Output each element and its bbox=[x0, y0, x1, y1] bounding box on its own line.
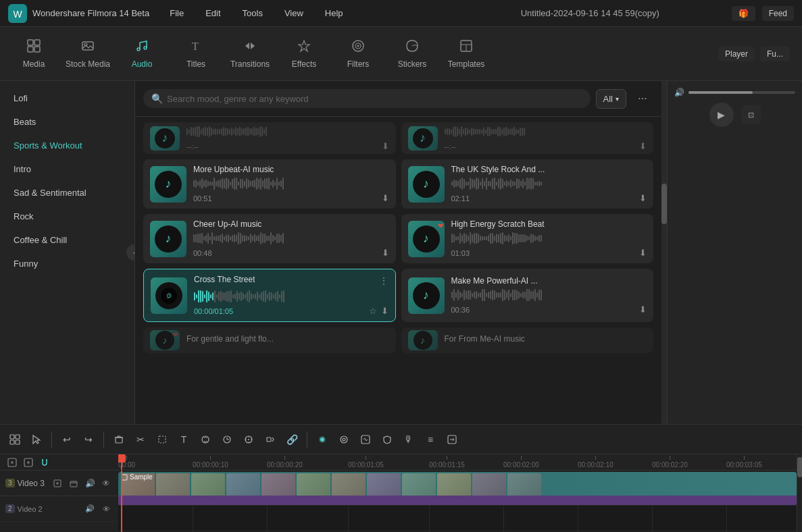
nav-transitions[interactable]: Transitions bbox=[223, 30, 277, 78]
toolbar-nav: Media Stock Media Audio T Titles bbox=[0, 27, 802, 81]
audio-card-partial-bot-right[interactable]: ♪ For From Me-AI music bbox=[401, 327, 654, 353]
download-icon-make-powerful[interactable]: ⬇ bbox=[639, 304, 647, 315]
smart-cutout-button[interactable] bbox=[239, 430, 258, 449]
waveform-high-energy: document.currentScript.insertAdjacentHTM… bbox=[451, 232, 647, 245]
gift-button[interactable]: 🎁 bbox=[732, 6, 755, 21]
adjust-button[interactable]: ≡ bbox=[421, 430, 440, 449]
download-icon-more-upbeat[interactable]: ⬇ bbox=[382, 193, 389, 203]
redo-button[interactable]: ↪ bbox=[79, 430, 98, 449]
download-icon-cross-street[interactable]: ⬇ bbox=[381, 306, 389, 316]
track-add-row bbox=[0, 454, 118, 471]
playhead-track bbox=[121, 471, 122, 532]
select-tool-button[interactable] bbox=[27, 430, 46, 449]
fullscreen-button[interactable]: ⊡ bbox=[742, 105, 761, 124]
fullscreen-tab[interactable]: Fu... bbox=[760, 47, 790, 61]
timeline-toolbar: ↩ ↪ ✂ T bbox=[0, 425, 802, 454]
sidebar-item-funny[interactable]: Funny bbox=[0, 252, 134, 275]
search-input-wrapper: 🔍 bbox=[143, 89, 591, 108]
menu-edit[interactable]: Edit bbox=[201, 5, 224, 21]
noise-remove-button[interactable] bbox=[356, 430, 375, 449]
split-view-button[interactable] bbox=[5, 430, 24, 449]
star-icon-cross-street[interactable]: ☆ bbox=[369, 306, 377, 316]
music-note-icon-8: ♪ bbox=[423, 288, 429, 302]
stabilize-button[interactable] bbox=[334, 430, 353, 449]
player-tab[interactable]: Player bbox=[718, 47, 755, 61]
sidebar-item-intro[interactable]: Intro bbox=[0, 157, 134, 181]
video-track-2 bbox=[118, 506, 797, 531]
audio-card-partial-left[interactable]: ♪ document.currentScript.insertAdjacentH… bbox=[143, 122, 396, 154]
transform-button[interactable]: T bbox=[174, 430, 193, 449]
audio-duration-uk-rock: 02:11 bbox=[451, 194, 470, 203]
add-video-track-button[interactable] bbox=[5, 456, 19, 469]
filter-dropdown[interactable]: All ▾ bbox=[596, 89, 626, 109]
download-icon-partial-left[interactable]: ⬇ bbox=[382, 141, 389, 151]
download-icon-uk-rock[interactable]: ⬇ bbox=[639, 193, 647, 203]
feed-button[interactable]: Feed bbox=[762, 6, 794, 21]
track-folder-button[interactable] bbox=[67, 477, 80, 490]
crop-button[interactable] bbox=[153, 430, 172, 449]
track-add-button[interactable] bbox=[51, 477, 64, 490]
tts-button[interactable] bbox=[313, 430, 332, 449]
menu-tools[interactable]: Tools bbox=[239, 5, 267, 21]
cut-button[interactable]: ✂ bbox=[131, 430, 150, 449]
audio-card-partial-bot-left[interactable]: ❤ ♪ For gentle and light flo... bbox=[143, 327, 396, 353]
filter-label: All bbox=[603, 94, 613, 104]
magnet-snap-button[interactable] bbox=[38, 456, 51, 469]
menu-view[interactable]: View bbox=[280, 5, 307, 21]
track-eye-button[interactable]: 👁 bbox=[99, 477, 113, 490]
sidebar-item-lofi[interactable]: Lofi bbox=[0, 86, 134, 110]
sidebar-item-rock[interactable]: Rock bbox=[0, 205, 134, 228]
video-track-3[interactable]: Sample bbox=[118, 471, 797, 506]
svg-point-32 bbox=[341, 436, 347, 443]
sidebar-item-coffee-chill[interactable]: Coffee & Chill bbox=[0, 228, 134, 252]
record-voice-button[interactable]: 🎙 bbox=[399, 430, 418, 449]
link-button[interactable]: 🔗 bbox=[282, 430, 301, 449]
video-2-eye-button[interactable]: 👁 bbox=[99, 502, 113, 516]
sidebar-item-beats[interactable]: Beats bbox=[0, 110, 134, 134]
nav-titles[interactable]: T Titles bbox=[169, 30, 223, 78]
audio-card-high-energy[interactable]: ❤ ♪ High Energy Scratch Beat document.cu… bbox=[401, 214, 654, 263]
download-icon-partial-right[interactable]: ⬇ bbox=[639, 141, 647, 151]
audio-card-cross-street[interactable]: ♪ ⊙ Cross The Street ⋮ document.currentS… bbox=[143, 269, 396, 322]
panel-scrollbar[interactable] bbox=[661, 81, 667, 424]
ruler-200: 00:00:02:00 bbox=[503, 456, 539, 469]
audio-card-uk-rock[interactable]: ♪ The UK Style Rock And ... document.cur… bbox=[401, 159, 654, 209]
audio-card-make-powerful[interactable]: ♪ Make Me Powerful-AI ... document.curre… bbox=[401, 269, 654, 322]
nav-filters[interactable]: Filters bbox=[331, 30, 385, 78]
menu-file[interactable]: File bbox=[166, 5, 188, 21]
delete-button[interactable] bbox=[109, 430, 128, 449]
add-audio-track-button[interactable] bbox=[22, 456, 35, 469]
timeline-scrollbar[interactable] bbox=[797, 454, 802, 532]
nav-stickers[interactable]: Stickers bbox=[385, 30, 439, 78]
sidebar-item-sports-workout[interactable]: Sports & Workout bbox=[0, 134, 134, 157]
transitions-icon bbox=[243, 38, 257, 57]
nav-effects[interactable]: Effects bbox=[277, 30, 331, 78]
nav-templates[interactable]: Templates bbox=[439, 30, 493, 78]
play-button[interactable]: ▶ bbox=[709, 103, 734, 127]
ruler-220: 00:00:02:20 bbox=[652, 456, 688, 469]
svg-rect-2 bbox=[28, 40, 33, 45]
audio-card-more-upbeat[interactable]: ♪ More Upbeat-AI music document.currentS… bbox=[143, 159, 396, 209]
download-icon-high-energy[interactable]: ⬇ bbox=[639, 248, 647, 258]
svg-rect-23 bbox=[159, 436, 166, 443]
track-mute-button[interactable]: 🔊 bbox=[83, 477, 97, 490]
nav-audio[interactable]: Audio bbox=[115, 30, 169, 78]
undo-button[interactable]: ↩ bbox=[57, 430, 76, 449]
export-settings-button[interactable] bbox=[443, 430, 461, 449]
search-input[interactable] bbox=[167, 94, 582, 104]
download-icon-cheer-up[interactable]: ⬇ bbox=[382, 248, 389, 258]
speed-button[interactable] bbox=[218, 430, 236, 449]
video-2-mute-button[interactable]: 🔊 bbox=[83, 502, 97, 516]
nav-media[interactable]: Media bbox=[7, 30, 61, 78]
more-options-button[interactable]: ··· bbox=[632, 88, 653, 109]
shield-button[interactable] bbox=[378, 430, 397, 449]
sidebar-item-sad-sentimental[interactable]: Sad & Sentimental bbox=[0, 181, 134, 205]
audio-card-partial-right[interactable]: ♪ document.currentScript.insertAdjacentH… bbox=[401, 122, 654, 154]
nav-stock-media[interactable]: Stock Media bbox=[61, 30, 115, 78]
more-options-icon-cross-street[interactable]: ⋮ bbox=[379, 275, 389, 286]
freeze-button[interactable] bbox=[196, 430, 215, 449]
motion-track-button[interactable] bbox=[261, 430, 280, 449]
menu-help[interactable]: Help bbox=[321, 5, 347, 21]
audio-card-cheer-up[interactable]: ♪ Cheer Up-AI music document.currentScri… bbox=[143, 214, 396, 263]
volume-slider[interactable] bbox=[688, 91, 795, 94]
